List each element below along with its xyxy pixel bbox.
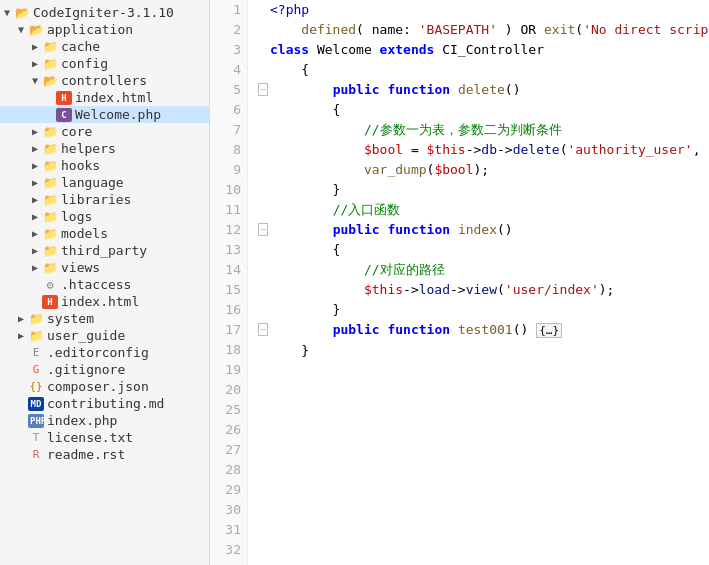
line-number: 30 (216, 500, 241, 520)
line-number: 17 (216, 320, 241, 340)
tree-item-index.html2[interactable]: Hindex.html (0, 293, 209, 310)
tree-item-label: composer.json (47, 379, 149, 394)
folder-icon (28, 329, 44, 343)
line-number: 9 (216, 160, 241, 180)
folder-icon (28, 312, 44, 326)
tree-item-core[interactable]: core (0, 123, 209, 140)
fold-gutter[interactable]: − (256, 80, 270, 100)
tree-item-libraries[interactable]: libraries (0, 191, 209, 208)
code-text: $this->load->view('user/index'); (270, 280, 614, 300)
tree-item-logs[interactable]: logs (0, 208, 209, 225)
git-icon: G (28, 363, 44, 377)
fold-button[interactable]: − (258, 83, 268, 96)
line-number: 32 (216, 540, 241, 560)
tree-arrow (0, 7, 14, 18)
tree-item-label: system (47, 311, 94, 326)
code-text: <?php (270, 0, 309, 20)
tree-item-index.php[interactable]: PHPindex.php (0, 412, 209, 429)
line-number: 25 (216, 400, 241, 420)
tree-arrow (28, 177, 42, 188)
code-text: { (270, 100, 340, 120)
code-text: var_dump($bool); (270, 160, 489, 180)
folder-icon (42, 159, 58, 173)
code-line: class Welcome extends CI_Controller (256, 40, 701, 60)
tree-item-controllers[interactable]: controllers (0, 72, 209, 89)
line-number: 12 (216, 220, 241, 240)
tree-item-label: hooks (61, 158, 100, 173)
tree-item-system[interactable]: system (0, 310, 209, 327)
tree-item-label: application (47, 22, 133, 37)
tree-item-label: models (61, 226, 108, 241)
fold-gutter[interactable]: − (256, 320, 270, 340)
tree-item-.htaccess[interactable]: .htaccess (0, 276, 209, 293)
code-editor: 1234567891011121314151617181920252627282… (210, 0, 709, 565)
code-line: $bool = $this->db->delete('authority_use… (256, 140, 701, 160)
code-line: var_dump($bool); (256, 160, 701, 180)
tree-item-language[interactable]: language (0, 174, 209, 191)
line-numbers: 1234567891011121314151617181920252627282… (210, 0, 248, 565)
tree-item-user_guide[interactable]: user_guide (0, 327, 209, 344)
code-content-area: <?php defined( name: 'BASEPATH' ) OR exi… (248, 0, 709, 565)
fold-gutter[interactable]: − (256, 220, 270, 240)
tree-item-models[interactable]: models (0, 225, 209, 242)
json-icon: {} (28, 380, 44, 394)
code-text: //入口函数 (270, 200, 400, 220)
line-number: 13 (216, 240, 241, 260)
tree-item-.gitignore[interactable]: G.gitignore (0, 361, 209, 378)
tree-item-root[interactable]: CodeIgniter-3.1.10 (0, 4, 209, 21)
line-number: 28 (216, 460, 241, 480)
code-line: − public function test001() {…} (256, 320, 701, 341)
php-c-icon: C (56, 108, 72, 122)
tree-item-label: .htaccess (61, 277, 131, 292)
tree-arrow (28, 211, 42, 222)
tree-item-composer.json[interactable]: {}composer.json (0, 378, 209, 395)
folder-open-icon (14, 6, 30, 20)
tree-item-license.txt[interactable]: Tlicense.txt (0, 429, 209, 446)
code-line: − public function delete() (256, 80, 701, 100)
code-line: defined( name: 'BASEPATH' ) OR exit('No … (256, 20, 701, 40)
code-line: <?php (256, 0, 701, 20)
tree-arrow (28, 41, 42, 52)
tree-item-helpers[interactable]: helpers (0, 140, 209, 157)
folder-icon (42, 142, 58, 156)
tree-item-contributing.md[interactable]: MDcontributing.md (0, 395, 209, 412)
tree-item-views[interactable]: views (0, 259, 209, 276)
code-line: − public function index() (256, 220, 701, 240)
tree-item-config[interactable]: config (0, 55, 209, 72)
tree-item-Welcome.php[interactable]: CWelcome.php (0, 106, 209, 123)
line-number: 15 (216, 280, 241, 300)
php-icon: PHP (28, 414, 44, 428)
tree-item-third_party[interactable]: third_party (0, 242, 209, 259)
line-number: 8 (216, 140, 241, 160)
tree-item-label: contributing.md (47, 396, 164, 411)
tree-item-readme.rst[interactable]: Rreadme.rst (0, 446, 209, 463)
tree-item-label: language (61, 175, 124, 190)
tree-item-label: views (61, 260, 100, 275)
tree-arrow (28, 228, 42, 239)
tree-item-label: libraries (61, 192, 131, 207)
fold-button[interactable]: − (258, 323, 268, 336)
line-number: 2 (216, 20, 241, 40)
tree-item-hooks[interactable]: hooks (0, 157, 209, 174)
code-line: { (256, 240, 701, 260)
tree-item-.editorconfig[interactable]: E.editorconfig (0, 344, 209, 361)
tree-item-cache[interactable]: cache (0, 38, 209, 55)
line-number: 3 (216, 40, 241, 60)
file-tree[interactable]: CodeIgniter-3.1.10applicationcacheconfig… (0, 0, 210, 565)
tree-item-label: Welcome.php (75, 107, 161, 122)
folder-open-icon (28, 23, 44, 37)
code-line: { (256, 60, 701, 80)
tree-item-label: CodeIgniter-3.1.10 (33, 5, 174, 20)
line-number: 19 (216, 360, 241, 380)
tree-item-application[interactable]: application (0, 21, 209, 38)
tree-item-index.html[interactable]: Hindex.html (0, 89, 209, 106)
tree-item-label: core (61, 124, 92, 139)
tree-arrow (28, 245, 42, 256)
html-icon: H (56, 91, 72, 105)
fold-button[interactable]: − (258, 223, 268, 236)
code-line: $this->load->view('user/index'); (256, 280, 701, 300)
line-number: 20 (216, 380, 241, 400)
line-number: 27 (216, 440, 241, 460)
code-text: public function delete() (270, 80, 521, 100)
fold-inline-button[interactable]: {…} (536, 323, 562, 338)
